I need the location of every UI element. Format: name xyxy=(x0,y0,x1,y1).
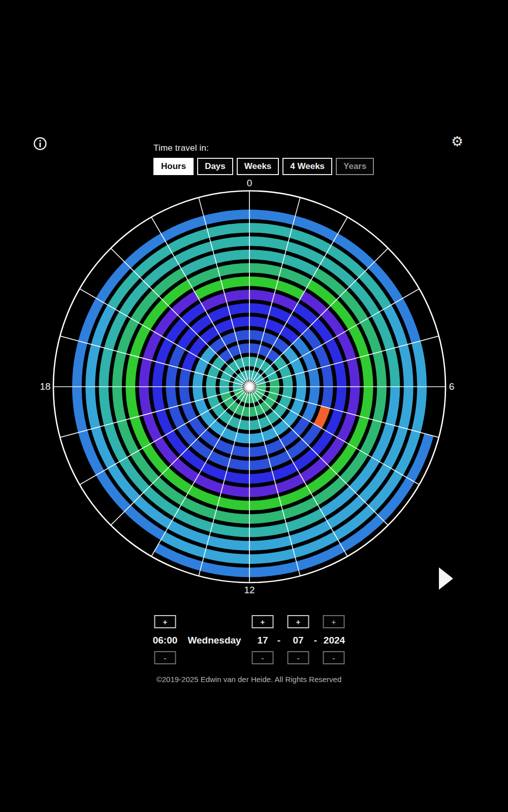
axis-label-12: 12 xyxy=(244,585,255,596)
center-dot xyxy=(247,384,252,390)
info-icon[interactable] xyxy=(33,136,48,151)
date-day-value: 17 xyxy=(257,635,268,646)
tab-hours[interactable]: Hours xyxy=(153,158,194,175)
copyright-text: ©2019-2025 Edwin van der Heide. All Righ… xyxy=(156,675,342,684)
hour-minus-button[interactable]: - xyxy=(154,651,176,664)
day-minus-button[interactable]: - xyxy=(252,651,274,664)
tab-days[interactable]: Days xyxy=(197,158,233,175)
page-title: Time travel in: xyxy=(153,143,209,153)
time-value: 06:00 xyxy=(153,635,178,646)
hour-plus-button[interactable]: + xyxy=(154,615,176,628)
date-separator: - xyxy=(277,635,280,646)
axis-label-18: 18 xyxy=(40,381,50,392)
date-year-value: 2024 xyxy=(324,635,345,646)
month-minus-button[interactable]: - xyxy=(288,651,309,664)
weekday-value: Wednesday xyxy=(187,635,241,646)
tab-years: Years xyxy=(336,158,374,175)
month-plus-button[interactable]: + xyxy=(288,615,309,628)
tab-4weeks[interactable]: 4 Weeks xyxy=(282,158,332,175)
date-separator: - xyxy=(314,635,317,646)
tab-weeks[interactable]: Weeks xyxy=(237,158,279,175)
day-plus-button[interactable]: + xyxy=(252,615,274,628)
date-month-value: 07 xyxy=(293,635,303,646)
year-minus-button[interactable]: - xyxy=(323,651,345,664)
axis-label-6: 6 xyxy=(449,381,455,392)
year-plus-button[interactable]: + xyxy=(323,615,345,628)
settings-gear-icon[interactable]: ⚙ xyxy=(451,135,463,149)
polar-chart[interactable] xyxy=(49,186,450,587)
play-icon[interactable] xyxy=(439,567,453,590)
axis-label-0: 0 xyxy=(247,178,252,189)
time-travel-tabs: Hours Days Weeks 4 Weeks Years xyxy=(153,158,374,175)
